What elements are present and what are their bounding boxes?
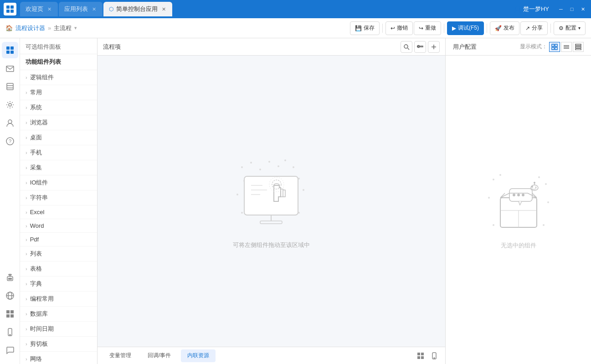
svg-point-38 (259, 169, 261, 170)
svg-rect-64 (555, 44, 557, 46)
panel-item-excel[interactable]: › Excel (20, 205, 97, 219)
panel-item-database[interactable]: › 数据库 (20, 307, 97, 322)
panel-item-browser[interactable]: › 浏览器 (20, 115, 97, 130)
nav-phone[interactable] (2, 324, 18, 340)
debug-icon: ▶ (452, 25, 456, 31)
panel-item-label: Word (30, 222, 44, 229)
nav-user[interactable] (2, 115, 18, 131)
svg-point-90 (522, 194, 524, 196)
panel-item-coding[interactable]: › 编程常用 (20, 292, 97, 307)
tab-applist[interactable]: 应用列表 ✕ (59, 2, 103, 16)
redo-button[interactable]: ↪ 重做 (414, 21, 441, 35)
arrow-icon: › (26, 237, 27, 242)
flow-header: 流程项 (98, 38, 445, 56)
tab-welcome[interactable]: 欢迎页 ✕ (20, 2, 58, 16)
tab-welcome-label: 欢迎页 (26, 5, 43, 13)
windows-icon-button[interactable] (415, 350, 426, 361)
nav-settings[interactable] (2, 97, 18, 113)
panel-item-list[interactable]: › 列表 (20, 246, 97, 261)
save-button[interactable]: 💾 保存 (350, 21, 380, 35)
svg-rect-23 (6, 310, 10, 313)
panel-item-mobile[interactable]: › 手机 (20, 145, 97, 160)
display-mode-btn-3[interactable] (573, 42, 584, 52)
svg-rect-1 (10, 5, 14, 9)
nav-windows[interactable] (2, 306, 18, 322)
display-mode-btn-2[interactable] (561, 42, 572, 52)
nav-grid[interactable] (2, 42, 18, 58)
display-mode-btn-1[interactable] (549, 42, 560, 52)
search-button[interactable] (401, 41, 412, 53)
tab-callback-event[interactable]: 回调/事件 (141, 349, 177, 362)
tab-welcome-close[interactable]: ✕ (46, 6, 52, 12)
svg-rect-24 (10, 310, 14, 313)
panel-item-label: 浏览器 (30, 118, 48, 127)
panel-item-system[interactable]: › 系统 (20, 100, 97, 115)
undo-button[interactable]: ↩ 撤销 (385, 21, 413, 35)
undo-label: 撤销 (397, 24, 408, 32)
panel-item-table[interactable]: › 表格 (20, 261, 97, 277)
svg-point-89 (517, 194, 520, 196)
panel-item-label: Pdf (30, 236, 39, 243)
svg-point-85 (534, 182, 535, 184)
add-button[interactable] (428, 41, 440, 53)
panel-item-collect[interactable]: › 采集 (20, 160, 97, 175)
filter-button[interactable] (414, 41, 426, 53)
tab-simple-control-close[interactable]: ✕ (160, 6, 167, 12)
nav-bottom (2, 269, 18, 364)
panel-item-io[interactable]: › IO组件 (20, 175, 97, 190)
nav-robot[interactable] (2, 269, 18, 286)
panel-item-string[interactable]: › 字符串 (20, 190, 97, 205)
panel-item-clipboard[interactable]: › 剪切板 (20, 337, 97, 352)
panel-item-pdf[interactable]: › Pdf (20, 233, 97, 246)
arrow-icon: › (26, 223, 27, 229)
panel-item-common[interactable]: › 常用 (20, 85, 97, 100)
nav-mail[interactable] (2, 60, 18, 77)
panel-item-network[interactable]: › 网络 (20, 352, 97, 364)
phone-icon-button[interactable] (429, 350, 440, 361)
nav-database[interactable] (2, 78, 18, 95)
flow-empty-text: 可将左侧组件拖动至该区域中 (233, 241, 310, 249)
debug-button[interactable]: ▶ 调试(F5) (447, 21, 484, 35)
prop-header: 用户配置 显示模式： (446, 38, 591, 56)
tab-callback-label: 回调/事件 (148, 352, 171, 359)
breadcrumb-dropdown-icon[interactable]: ▾ (74, 25, 77, 31)
svg-point-17 (8, 278, 10, 280)
panel-item-word[interactable]: › Word (20, 219, 97, 233)
svg-point-88 (513, 194, 515, 196)
panel-item-label: 手机 (30, 149, 42, 157)
svg-rect-71 (576, 46, 581, 48)
svg-rect-19 (9, 274, 11, 275)
arrow-icon: › (26, 210, 27, 215)
publish-button[interactable]: 🚀 发布 (490, 21, 519, 35)
svg-point-80 (543, 224, 545, 226)
panel-item-desktop[interactable]: › 桌面 (20, 130, 97, 145)
panel-item-logic[interactable]: › 逻辑组件 (20, 70, 97, 85)
panel-item-label: Excel (30, 209, 45, 215)
tab-inline-resource[interactable]: 内联资源 (181, 349, 216, 362)
share-label: 分享 (532, 24, 543, 32)
svg-rect-63 (552, 44, 554, 46)
close-button[interactable]: ✕ (578, 5, 587, 14)
nav-help[interactable]: ? (2, 133, 18, 149)
share-button[interactable]: ↗ 分享 (520, 21, 548, 35)
svg-rect-58 (421, 353, 424, 355)
tab-variable-management[interactable]: 变量管理 (103, 349, 138, 362)
maximize-button[interactable]: □ (567, 5, 576, 14)
config-icon: ⚙ (559, 25, 564, 31)
config-button[interactable]: ⚙ 配置 ▾ (554, 21, 586, 35)
tab-simple-control[interactable]: ⬡ 简单控制台应用 ✕ (103, 2, 172, 16)
prop-body: 无选中的组件 (446, 56, 591, 364)
nav-chat[interactable] (2, 342, 18, 359)
svg-point-33 (417, 45, 420, 47)
nav-globe[interactable] (2, 287, 18, 304)
svg-point-28 (10, 334, 10, 335)
minimize-button[interactable]: ─ (556, 5, 565, 14)
panel-item-datetime[interactable]: › 时间日期 (20, 322, 97, 337)
tab-resource-label: 内联资源 (187, 352, 209, 359)
prop-empty-text: 无选中的组件 (501, 241, 536, 250)
tab-applist-close[interactable]: ✕ (91, 6, 97, 12)
user-info[interactable]: 👤 楚一梦HY (514, 5, 549, 13)
svg-rect-3 (10, 10, 14, 13)
breadcrumb-designer[interactable]: 流程设计器 (15, 24, 45, 32)
panel-item-dict[interactable]: › 字典 (20, 277, 97, 292)
